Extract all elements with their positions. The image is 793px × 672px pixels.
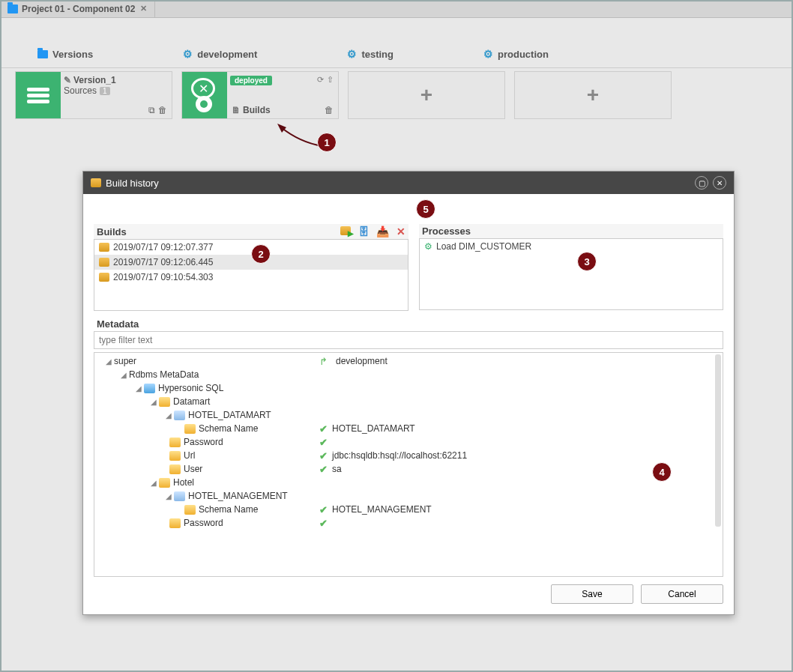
plus-icon: + xyxy=(587,83,599,107)
package-icon[interactable]: ▶ xyxy=(340,225,351,237)
tree-node[interactable]: Password xyxy=(184,518,223,528)
collapse-icon[interactable]: ◢ xyxy=(163,492,174,500)
save-button[interactable]: Save xyxy=(551,584,633,604)
tree-node[interactable]: Password xyxy=(184,437,223,447)
processes-list: ⚙ Load DIM_CUSTOMER xyxy=(419,238,723,310)
dialog-title-text: Build history xyxy=(106,178,159,189)
process-icon: ⚙ xyxy=(424,241,432,252)
env-label: development xyxy=(197,49,257,60)
snowflake-icon: ⚙ xyxy=(347,48,357,60)
callout-bubble-5: 5 xyxy=(416,199,435,219)
branch-icon: ↱ xyxy=(319,356,328,367)
tree-node[interactable]: super xyxy=(114,356,136,366)
metadata-tree[interactable]: ◢super ↱development ◢Rdbms MetaData ◢Hyp… xyxy=(94,352,723,577)
refresh-icon[interactable]: ⟳ xyxy=(317,75,324,85)
copy-icon[interactable]: ⧉ xyxy=(148,105,155,115)
build-history-dialog: Build history ▢ ✕ Builds ▶ 🗄 📥 ✕ 2019/ xyxy=(82,171,735,615)
callout-bubble-1: 1 xyxy=(317,133,337,152)
database-refresh-icon[interactable]: 🗄 xyxy=(358,225,369,237)
cards-row: ✎ Version_1 Sources 1 ⧉ 🗑 ✕ deployed ⟳ xyxy=(0,68,793,122)
tree-node[interactable]: Rdbms MetaData xyxy=(129,369,199,380)
package-icon xyxy=(99,273,109,282)
collapse-icon[interactable]: ◢ xyxy=(118,371,129,379)
check-icon: ✔ xyxy=(319,504,328,515)
check-icon: ✔ xyxy=(319,437,328,448)
snowflake-icon: ⚙ xyxy=(483,48,493,60)
check-icon: ✔ xyxy=(319,518,328,529)
tree-node[interactable]: Schema Name xyxy=(199,504,258,515)
callout-bubble-3: 3 xyxy=(577,252,597,271)
check-icon: ✔ xyxy=(319,423,328,435)
trash-icon[interactable]: 🗑 xyxy=(158,105,167,115)
trash-icon[interactable]: 🗑 xyxy=(325,105,334,115)
scrollbar[interactable] xyxy=(715,354,721,527)
env-label: production xyxy=(498,49,549,60)
dialog-titlebar: Build history ▢ ✕ xyxy=(83,172,734,194)
env-development[interactable]: ⚙ development xyxy=(183,48,257,60)
field-icon xyxy=(169,438,181,447)
svg-marker-0 xyxy=(277,124,286,133)
list-item[interactable]: ⚙ Load DIM_CUSTOMER xyxy=(420,239,723,254)
tree-node[interactable]: User xyxy=(184,464,202,474)
builds-header: Builds ▶ 🗄 📥 ✕ xyxy=(94,224,408,239)
package-icon xyxy=(99,243,109,252)
cancel-button[interactable]: Cancel xyxy=(641,584,723,604)
project-tab[interactable]: Project 01 - Component 02 ✕ xyxy=(0,0,155,17)
sources-label: Sources xyxy=(64,85,97,96)
package-icon xyxy=(91,178,101,187)
collapse-icon[interactable]: ◢ xyxy=(133,384,144,393)
pencil-icon: ✎ xyxy=(64,75,71,85)
package-icon xyxy=(99,258,109,267)
snowflake-icon: ⚙ xyxy=(183,48,193,60)
minimize-icon[interactable]: ▢ xyxy=(695,176,708,190)
list-item[interactable]: 2019/07/17 09:10:54.303 xyxy=(94,270,408,285)
field-icon xyxy=(169,518,181,528)
import-icon[interactable]: 📥 xyxy=(376,225,389,237)
env-testing[interactable]: ⚙ testing xyxy=(347,48,394,60)
filter-input[interactable] xyxy=(94,331,723,349)
close-icon[interactable]: ✕ xyxy=(140,4,147,13)
close-icon[interactable]: ✕ xyxy=(713,176,726,190)
table-icon xyxy=(174,491,185,501)
collapse-icon[interactable]: ◢ xyxy=(148,479,159,487)
tab-title: Project 01 - Component 02 xyxy=(22,4,135,14)
check-icon: ✔ xyxy=(319,450,328,461)
tab-bar: Project 01 - Component 02 ✕ xyxy=(0,0,793,18)
collapse-icon[interactable]: ◢ xyxy=(163,411,174,420)
tree-node[interactable]: Url xyxy=(184,450,195,461)
plus-icon: + xyxy=(420,83,432,107)
env-production[interactable]: ⚙ production xyxy=(483,48,549,60)
collapse-icon[interactable]: ◢ xyxy=(103,357,114,366)
metadata-header: Metadata xyxy=(94,311,723,331)
deployed-badge: deployed xyxy=(230,76,272,85)
check-icon: ✔ xyxy=(319,464,328,475)
version-card[interactable]: ✎ Version_1 Sources 1 ⧉ 🗑 xyxy=(15,71,172,119)
tree-node[interactable]: Hotel xyxy=(173,477,194,488)
tree-node[interactable]: HOTEL_DATAMART xyxy=(188,410,271,420)
collapse-icon[interactable]: ◢ xyxy=(148,398,159,406)
add-card-production[interactable]: + xyxy=(514,71,672,119)
env-label: testing xyxy=(361,49,394,60)
build-card[interactable]: ✕ deployed ⟳ ⇧ 🗎 Builds 🗑 xyxy=(181,71,339,119)
tools-icon: ✕ xyxy=(191,75,218,115)
upload-icon[interactable]: ⇧ xyxy=(327,75,334,85)
field-icon xyxy=(169,451,181,461)
tree-node[interactable]: Schema Name xyxy=(199,423,258,434)
tree-node[interactable]: Hypersonic SQL xyxy=(158,383,223,393)
sources-count: 1 xyxy=(100,87,110,95)
callout-bubble-2: 2 xyxy=(251,244,271,264)
version-title: Version_1 xyxy=(73,75,116,85)
env-label: Versions xyxy=(52,49,93,60)
delete-icon[interactable]: ✕ xyxy=(396,225,405,237)
tree-node[interactable]: Datamart xyxy=(173,396,210,407)
env-versions[interactable]: Versions xyxy=(37,48,93,60)
add-card-testing[interactable]: + xyxy=(348,71,505,119)
folder-icon xyxy=(7,4,18,13)
database-icon xyxy=(27,88,49,103)
db-icon xyxy=(144,384,155,393)
builds-label: Builds xyxy=(243,105,271,115)
schema-icon xyxy=(159,478,170,488)
schema-icon xyxy=(159,397,170,407)
tree-node[interactable]: HOTEL_MANAGEMENT xyxy=(188,491,288,501)
folder-icon xyxy=(37,50,48,58)
